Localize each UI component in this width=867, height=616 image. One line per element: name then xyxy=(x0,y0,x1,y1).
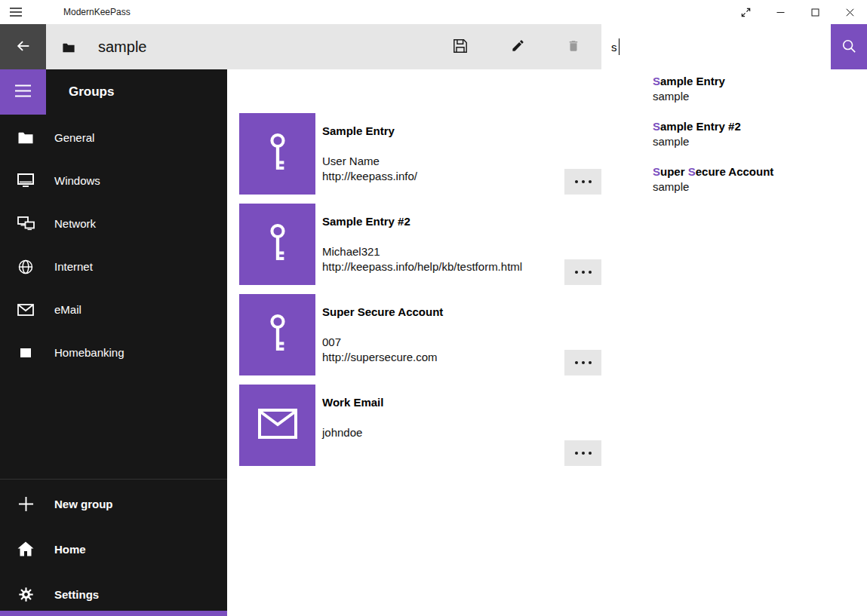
suggestion-group: sample xyxy=(653,180,689,193)
monitor-icon xyxy=(17,173,35,188)
mail-icon xyxy=(257,408,298,443)
sidebar-item-home[interactable]: Home xyxy=(0,526,227,572)
entry-title: Sample Entry #2 xyxy=(322,215,410,228)
more-button[interactable] xyxy=(564,169,601,195)
back-arrow-icon xyxy=(15,38,32,57)
entry-tile xyxy=(239,294,315,375)
mail-icon xyxy=(17,304,35,316)
titlebar: ModernKeePass xyxy=(0,0,867,24)
entry-username: 007 xyxy=(322,336,341,348)
key-icon xyxy=(265,313,291,357)
more-icon xyxy=(575,361,592,364)
network-icon xyxy=(17,216,35,231)
search-input-value: s xyxy=(611,41,617,54)
search-suggestions: Sample Entry sample Sample Entry #2 samp… xyxy=(601,69,831,205)
entry-title: Super Secure Account xyxy=(322,305,443,318)
edit-pencil-icon xyxy=(511,38,525,55)
minimize-icon[interactable] xyxy=(763,0,798,24)
entry-username: Michael321 xyxy=(322,245,380,258)
sidebar-item-label: General xyxy=(54,131,94,144)
sidebar-item-label: Internet xyxy=(54,260,93,273)
titlebar-hamburger-icon[interactable] xyxy=(10,0,37,24)
more-icon xyxy=(575,180,592,183)
more-button[interactable] xyxy=(564,350,601,375)
entry-tile xyxy=(239,204,315,285)
fullscreen-icon[interactable] xyxy=(728,0,763,24)
sidebar-item-network[interactable]: Network xyxy=(0,202,227,245)
sidebar-item-label: Settings xyxy=(54,588,99,601)
more-button[interactable] xyxy=(564,440,601,466)
entry-row[interactable]: Super Secure Account 007 http://supersec… xyxy=(239,294,613,375)
edit-button[interactable] xyxy=(500,24,536,69)
sidebar-item-homebanking[interactable]: Homebanking xyxy=(0,331,227,374)
nav-toggle-button[interactable] xyxy=(0,69,46,115)
entry-row[interactable]: Sample Entry User Name http://keepass.in… xyxy=(239,113,613,195)
entry-row[interactable]: Work Email johndoe xyxy=(239,385,613,466)
globe-icon xyxy=(17,259,35,274)
window-controls xyxy=(728,0,867,24)
delete-trash-icon xyxy=(567,38,580,56)
key-icon xyxy=(265,132,291,176)
sidebar-item-general[interactable]: General xyxy=(0,116,227,159)
suggestion-title: Super Secure Account xyxy=(653,165,773,178)
entry-tile xyxy=(239,385,315,466)
gear-icon xyxy=(17,587,35,602)
accent-strip xyxy=(0,611,227,616)
back-button[interactable] xyxy=(0,24,46,69)
folder-icon xyxy=(17,132,35,144)
sidebar-divider xyxy=(0,479,227,480)
sidebar-item-label: Homebanking xyxy=(54,346,125,359)
sidebar-item-label: New group xyxy=(54,498,113,510)
delete-button[interactable] xyxy=(555,24,592,69)
folder-icon xyxy=(63,42,75,56)
app-title: ModernKeePass xyxy=(63,0,131,24)
plus-icon xyxy=(17,496,35,512)
sidebar-footer: New group Home Settings xyxy=(0,481,227,616)
entry-username: johndoe xyxy=(322,426,362,439)
command-bar: sample s xyxy=(0,24,867,69)
current-group-title: sample xyxy=(98,24,146,69)
entry-username: User Name xyxy=(322,155,380,167)
suggestion-title: Sample Entry xyxy=(653,75,725,87)
entry-row[interactable]: Sample Entry #2 Michael321 http://keepas… xyxy=(239,204,613,285)
sidebar-item-label: eMail xyxy=(54,303,81,316)
suggestion-item[interactable]: Sample Entry sample xyxy=(601,69,831,115)
sidebar-item-new-group[interactable]: New group xyxy=(0,481,227,526)
suggestion-title: Sample Entry #2 xyxy=(653,120,741,133)
search-input[interactable]: s xyxy=(601,24,831,69)
entry-tile xyxy=(239,113,315,195)
search-button[interactable] xyxy=(831,24,867,69)
sidebar-heading: Groups xyxy=(69,84,114,100)
modernkeepass-window: ModernKeePass sample xyxy=(0,0,867,616)
entry-title: Work Email xyxy=(322,396,383,409)
groups-sidebar: Groups General Windows Network xyxy=(0,69,227,616)
maximize-icon[interactable] xyxy=(798,0,832,24)
suggestion-group: sample xyxy=(653,135,689,148)
entry-url: http://keepass.info/ xyxy=(322,170,417,182)
search-icon xyxy=(841,38,856,56)
sidebar-item-label: Windows xyxy=(54,174,100,187)
sidebar-item-label: Network xyxy=(54,217,96,230)
more-icon xyxy=(575,452,592,455)
text-caret xyxy=(619,38,620,55)
save-button[interactable] xyxy=(442,24,478,69)
save-icon xyxy=(453,38,468,56)
more-icon xyxy=(575,271,592,274)
suggestion-item[interactable]: Sample Entry #2 sample xyxy=(601,115,831,160)
sidebar-item-settings[interactable]: Settings xyxy=(0,572,227,616)
entry-title: Sample Entry xyxy=(322,124,395,137)
home-icon xyxy=(17,541,35,556)
entry-url: http://supersecure.com xyxy=(322,351,438,363)
bank-icon xyxy=(17,348,35,358)
group-list: General Windows Network Internet xyxy=(0,116,227,374)
key-icon xyxy=(265,222,291,266)
sidebar-item-label: Home xyxy=(54,543,86,556)
suggestion-item[interactable]: Super Secure Account sample xyxy=(601,160,831,205)
sidebar-item-email[interactable]: eMail xyxy=(0,288,227,331)
sidebar-item-windows[interactable]: Windows xyxy=(0,159,227,202)
close-icon[interactable] xyxy=(832,0,867,24)
more-button[interactable] xyxy=(564,259,601,285)
sidebar-item-internet[interactable]: Internet xyxy=(0,245,227,288)
hamburger-icon xyxy=(15,84,31,100)
entry-url: http://keepass.info/help/kb/testform.htm… xyxy=(322,260,522,273)
